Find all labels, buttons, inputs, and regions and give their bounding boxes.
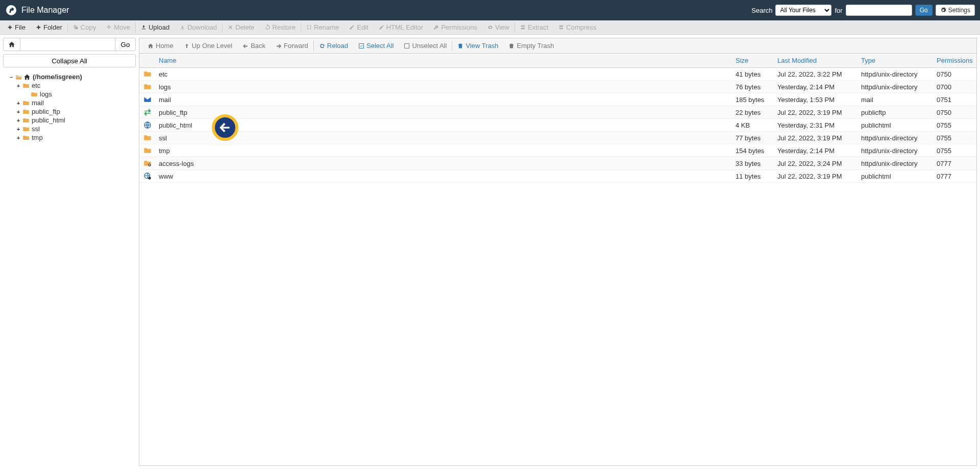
- cell-permissions: 0755: [933, 121, 976, 129]
- view-trash-button[interactable]: View Trash: [452, 38, 503, 53]
- home-path-button[interactable]: [3, 38, 20, 51]
- transfer-icon: [143, 108, 152, 116]
- move-button[interactable]: Move: [101, 20, 135, 34]
- settings-button[interactable]: Settings: [936, 5, 975, 16]
- cell-size: 41 bytes: [731, 70, 773, 78]
- folder-button[interactable]: Folder: [31, 20, 67, 34]
- table-row[interactable]: etc 41 bytes Jul 22, 2022, 3:22 PM httpd…: [139, 68, 976, 81]
- cell-size: 33 bytes: [731, 160, 773, 167]
- cell-permissions: 0777: [933, 172, 976, 180]
- tree-item-public_html[interactable]: + public_html: [3, 116, 136, 125]
- cell-permissions: 0755: [933, 134, 976, 142]
- tree-item-tmp[interactable]: + tmp: [3, 133, 136, 142]
- tree-item-etc[interactable]: + etc: [3, 81, 136, 90]
- col-type[interactable]: Type: [857, 57, 933, 64]
- extract-button[interactable]: Extract: [515, 20, 553, 34]
- cell-permissions: 0751: [933, 96, 976, 104]
- cell-type: httpd/unix-directory: [857, 83, 933, 91]
- forward-button[interactable]: Forward: [271, 38, 313, 53]
- cell-type: httpd/unix-directory: [857, 160, 933, 167]
- up-button[interactable]: Up One Level: [179, 38, 238, 53]
- cell-permissions: 0750: [933, 70, 976, 78]
- table-row[interactable]: access-logs 33 bytes Jul 22, 2022, 3:24 …: [139, 157, 976, 170]
- cell-type: publichtml: [857, 121, 933, 129]
- tree-item-ssl[interactable]: + ssl: [3, 125, 136, 133]
- check-square-icon: [358, 43, 364, 49]
- table-row[interactable]: mail 185 bytes Yesterday, 1:53 PM mail 0…: [139, 93, 976, 106]
- compress-button[interactable]: Compress: [553, 20, 601, 34]
- secondary-toolbar: Home Up One Level Back Forward Reload Se…: [139, 38, 976, 54]
- select-all-button[interactable]: Select All: [353, 38, 399, 53]
- right-panel: Home Up One Level Back Forward Reload Se…: [139, 38, 977, 466]
- delete-icon: [228, 24, 233, 30]
- empty-trash-button[interactable]: Empty Trash: [503, 38, 559, 53]
- folder-icon: [22, 126, 30, 133]
- cell-name: tmp: [155, 147, 731, 155]
- cell-type: httpd/unix-directory: [857, 134, 933, 142]
- cell-modified: Yesterday, 1:53 PM: [773, 96, 857, 104]
- folder-link-icon: [143, 159, 152, 167]
- cpanel-logo-icon: [5, 4, 17, 16]
- restore-button[interactable]: Restore: [260, 20, 301, 34]
- reload-button[interactable]: Reload: [314, 38, 353, 53]
- square-icon: [404, 43, 410, 49]
- home-button[interactable]: Home: [142, 38, 179, 53]
- cell-name: etc: [155, 70, 731, 78]
- html-editor-button[interactable]: HTML Editor: [374, 20, 428, 34]
- copy-button[interactable]: Copy: [68, 20, 101, 34]
- cell-modified: Jul 22, 2022, 3:24 PM: [773, 160, 857, 167]
- download-button[interactable]: Download: [175, 20, 222, 34]
- folder-icon: [143, 70, 152, 78]
- view-button[interactable]: View: [482, 20, 514, 34]
- folder-tree: – (/home/isgreen) + etc logs+ mail+ publ…: [3, 70, 136, 466]
- col-name[interactable]: Name: [155, 57, 731, 64]
- search-scope-select[interactable]: All Your Files: [775, 5, 831, 16]
- download-icon: [180, 24, 185, 30]
- body-layout: Go Collapse All – (/home/isgreen) + etc …: [0, 35, 980, 469]
- table-row[interactable]: ssl 77 bytes Jul 22, 2022, 3:19 PM httpd…: [139, 132, 976, 144]
- upload-button[interactable]: Upload: [136, 20, 175, 34]
- app-logo: File Manager: [5, 4, 69, 16]
- table-row[interactable]: logs 76 bytes Yesterday, 2:14 PM httpd/u…: [139, 81, 976, 93]
- cell-name: public_html: [155, 121, 731, 129]
- cell-name: www: [155, 172, 731, 180]
- edit-button[interactable]: Edit: [344, 20, 373, 34]
- collapse-all-button[interactable]: Collapse All: [3, 54, 136, 67]
- path-go-button[interactable]: Go: [115, 38, 136, 51]
- col-modified[interactable]: Last Modified: [773, 57, 857, 64]
- cell-name: public_ftp: [155, 109, 731, 116]
- search-input[interactable]: [846, 5, 912, 16]
- home-icon: [148, 43, 154, 49]
- cell-type: mail: [857, 96, 933, 104]
- folder-icon: [143, 134, 152, 142]
- html-edit-icon: [379, 24, 384, 30]
- tree-root[interactable]: – (/home/isgreen): [3, 72, 136, 81]
- table-body: etc 41 bytes Jul 22, 2022, 3:22 PM httpd…: [139, 68, 976, 465]
- file-button[interactable]: File: [2, 20, 31, 34]
- search-go-button[interactable]: Go: [915, 5, 933, 16]
- mail-icon: [143, 95, 152, 104]
- col-permissions[interactable]: Permissions: [933, 57, 976, 64]
- delete-button[interactable]: Delete: [223, 20, 260, 34]
- back-button[interactable]: Back: [237, 38, 271, 53]
- left-panel: Go Collapse All – (/home/isgreen) + etc …: [3, 38, 136, 466]
- rename-button[interactable]: Rename: [301, 20, 344, 34]
- cell-size: 154 bytes: [731, 147, 773, 155]
- cell-type: publichtml: [857, 172, 933, 180]
- table-row[interactable]: www 11 bytes Jul 22, 2022, 3:19 PM publi…: [139, 170, 976, 183]
- svg-point-3: [148, 177, 151, 179]
- table-header: Name Size Last Modified Type Permissions: [139, 54, 976, 68]
- table-row[interactable]: public_html 4 KB Yesterday, 2:31 PM publ…: [139, 119, 976, 132]
- table-row[interactable]: public_ftp 22 bytes Jul 22, 2022, 3:19 P…: [139, 106, 976, 119]
- cell-modified: Jul 22, 2022, 3:19 PM: [773, 109, 857, 116]
- rename-icon: [306, 24, 312, 30]
- path-input[interactable]: [20, 38, 115, 51]
- tree-item-mail[interactable]: + mail: [3, 98, 136, 107]
- permissions-button[interactable]: Permissions: [428, 20, 482, 34]
- col-size[interactable]: Size: [731, 57, 773, 64]
- unselect-all-button[interactable]: Unselect All: [399, 38, 452, 53]
- tree-item-public_ftp[interactable]: + public_ftp: [3, 107, 136, 116]
- tree-item-logs[interactable]: logs: [3, 90, 136, 98]
- table-row[interactable]: tmp 154 bytes Yesterday, 2:14 PM httpd/u…: [139, 144, 976, 157]
- folder-icon: [22, 82, 30, 89]
